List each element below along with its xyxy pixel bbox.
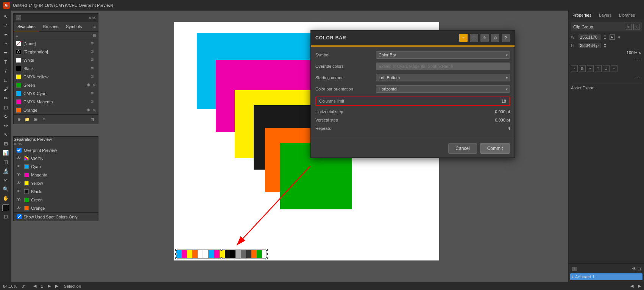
collapse-icon[interactable]: ≫ xyxy=(92,16,96,20)
sep-close-icon[interactable]: ✕ xyxy=(14,142,17,146)
orientation-select[interactable]: Horizontal xyxy=(376,85,510,93)
handle-tl[interactable] xyxy=(175,249,177,251)
handle-bl[interactable] xyxy=(175,257,177,259)
nav-prev[interactable]: ◀ xyxy=(33,284,36,288)
swatch-black[interactable]: Black ⊠ xyxy=(14,64,98,73)
rotate-tool[interactable]: ↻ xyxy=(2,112,10,120)
swatch-registration[interactable]: [Registration] ⊠ xyxy=(14,48,98,56)
sep-item-black[interactable]: 👁 Black xyxy=(14,187,98,196)
nav-next[interactable]: ▶ xyxy=(48,284,51,288)
h-up[interactable]: ▲ xyxy=(603,42,607,45)
swatch-cmyk-magenta[interactable]: CMYK Magenta ⊠ xyxy=(14,98,98,106)
starting-corner-select[interactable]: Left Bottom xyxy=(376,74,510,81)
lasso-tool[interactable]: ⌖ xyxy=(2,39,10,48)
layer-item-artboard1[interactable]: 1 Artboard 1 xyxy=(570,273,642,280)
show-spot-checkbox[interactable] xyxy=(17,214,22,219)
edit-swatch-btn[interactable]: ✎ xyxy=(41,116,47,123)
symbol-select[interactable]: Color Bar xyxy=(376,51,510,59)
sep-item-yellow[interactable]: 👁 Yellow xyxy=(14,179,98,187)
align-left[interactable]: ⫠ xyxy=(571,65,578,72)
tab-brushes[interactable]: Brushes xyxy=(39,22,62,31)
fill-color[interactable] xyxy=(2,204,9,211)
blend-tool[interactable]: ∞ xyxy=(2,176,10,184)
clip-group-icon2[interactable]: ○ xyxy=(633,24,639,30)
gradient-tool[interactable]: ◫ xyxy=(2,157,10,166)
panel-menu-icon[interactable]: ≡ xyxy=(91,22,98,31)
tab-libraries[interactable]: Libraries xyxy=(615,11,639,20)
hand-tool[interactable]: ✋ xyxy=(2,194,10,202)
align-center-h[interactable]: ⊞ xyxy=(579,65,586,72)
graph-tool[interactable]: 📊 xyxy=(2,148,10,157)
override-colors-input[interactable] xyxy=(376,62,510,70)
eye-icon-green[interactable]: 👁 xyxy=(17,197,22,203)
list-view-icon[interactable]: ≡ xyxy=(16,33,18,38)
w-up[interactable]: ▲ xyxy=(603,34,607,37)
right-arrow[interactable]: ▶ xyxy=(638,284,641,288)
swatch-cmyk-yellow[interactable]: CMYK Yellow ⊠ xyxy=(14,73,98,81)
close-icon[interactable]: ✕ xyxy=(88,16,91,20)
show-spot-label[interactable]: Show Used Spot Colors Only xyxy=(17,214,77,219)
stroke-color[interactable]: ◻ xyxy=(2,212,10,220)
dialog-info-icon[interactable]: i xyxy=(470,34,478,42)
tab-swatches[interactable]: Swatches xyxy=(14,22,39,31)
swatch-none[interactable]: [None] ⊠ xyxy=(14,39,98,48)
cancel-button[interactable]: Cancel xyxy=(448,143,477,154)
swatch-orange[interactable]: Orange ◉ ⊠ xyxy=(14,106,98,114)
tab-symbols[interactable]: Symbols xyxy=(62,22,86,31)
commit-button[interactable]: Commit xyxy=(480,143,510,154)
artboard-visibility-icon[interactable]: 👁 xyxy=(632,267,636,271)
nav-last[interactable]: ▶| xyxy=(55,284,59,288)
w-down[interactable]: ▼ xyxy=(603,37,607,41)
shape-tool[interactable]: □ xyxy=(2,76,10,84)
sep-item-cyan[interactable]: 👁 Cyan xyxy=(14,162,98,171)
h-down[interactable]: ▼ xyxy=(603,45,607,49)
eye-icon-cyan[interactable]: 👁 xyxy=(17,164,22,169)
handle-br[interactable] xyxy=(266,257,268,259)
zoom-tool[interactable]: 🔍 xyxy=(2,185,10,193)
line-tool[interactable]: / xyxy=(2,67,10,75)
panel-info-icon[interactable]: ? xyxy=(16,15,21,20)
align-bottom[interactable]: ⊣ xyxy=(611,65,617,72)
more-options-btn[interactable]: ⋯ xyxy=(635,56,642,64)
handle-mr[interactable] xyxy=(266,253,268,255)
puppet-warp-tool[interactable]: ⊞ xyxy=(2,139,10,148)
left-arrow[interactable]: ◀ xyxy=(630,284,633,288)
sep-item-magenta[interactable]: 👁 Magenta xyxy=(14,171,98,179)
dialog-help-icon[interactable]: ? xyxy=(502,34,510,42)
eraser-tool[interactable]: ◻ xyxy=(2,103,10,111)
swatch-white[interactable]: White ⊠ xyxy=(14,56,98,64)
dialog-active-icon[interactable]: ≡ xyxy=(459,34,468,42)
eyedropper-tool[interactable]: 🔬 xyxy=(2,167,10,175)
swatch-cmyk-cyan[interactable]: CMYK Cyan ⊠ xyxy=(14,89,98,98)
eye-icon-black[interactable]: 👁 xyxy=(17,189,22,194)
handle-ml[interactable] xyxy=(175,253,177,255)
zoom-expand[interactable]: ▶ xyxy=(639,51,642,55)
scale-tool[interactable]: ⤡ xyxy=(2,130,10,139)
tab-properties[interactable]: Properties xyxy=(569,11,595,20)
grid-view-icon[interactable]: ⊞ xyxy=(93,33,96,38)
mirror-tool[interactable]: ⇔ xyxy=(2,121,10,129)
sep-collapse-icon[interactable]: ≫ xyxy=(18,142,22,146)
new-swatch-btn[interactable]: ⊞ xyxy=(32,116,39,123)
sep-item-green[interactable]: 👁 Green xyxy=(14,196,98,204)
paintbrush-tool[interactable]: 🖌 xyxy=(2,85,10,93)
selection-tool[interactable]: ↖ xyxy=(2,12,10,20)
align-top[interactable]: ⊤ xyxy=(595,65,602,72)
type-tool[interactable]: T xyxy=(2,58,10,66)
show-libraries-btn[interactable]: ⊕ xyxy=(16,116,22,123)
pen-tool[interactable]: ✒ xyxy=(2,48,10,57)
align-right[interactable]: ⫟ xyxy=(587,65,594,72)
delete-swatch-btn[interactable]: 🗑 xyxy=(89,116,96,123)
color-bar-selection[interactable] xyxy=(176,249,267,259)
direct-selection-tool[interactable]: ↗ xyxy=(2,21,10,30)
sep-item-orange[interactable]: 👁 Orange xyxy=(14,204,98,212)
new-color-group-btn[interactable]: 📁 xyxy=(24,116,31,123)
clip-group-icon1[interactable]: ⊞ xyxy=(626,24,632,30)
align-center-v[interactable]: ⊥ xyxy=(603,65,610,72)
eye-icon-yellow[interactable]: 👁 xyxy=(17,181,22,186)
artboard-lock-icon[interactable]: ⊡ xyxy=(638,267,641,271)
eye-icon-cmyk[interactable]: 👁 xyxy=(17,156,22,161)
magic-wand-tool[interactable]: ✦ xyxy=(2,30,10,39)
handle-bm[interactable] xyxy=(221,257,223,259)
eye-icon-orange[interactable]: 👁 xyxy=(17,206,22,211)
